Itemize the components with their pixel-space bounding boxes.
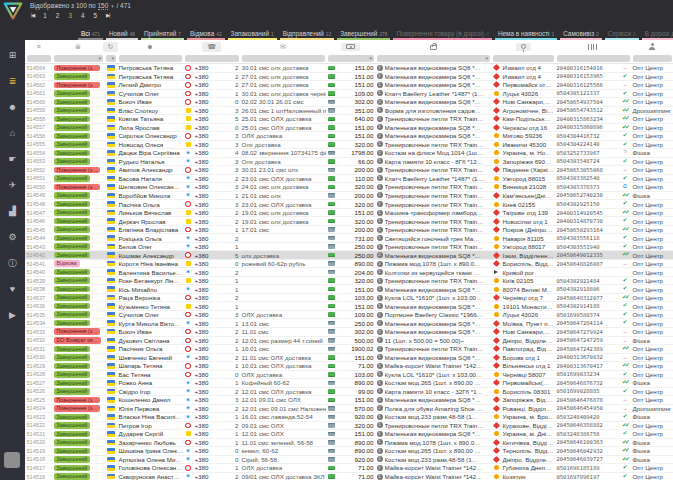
sidebar-item-warehouse[interactable]: ⌂ (0, 120, 25, 146)
phone-number[interactable]: +380 (193, 226, 228, 234)
table-row[interactable]: 514539ЗавершенийРоке-Бетанкурт Лін…+3801… (25, 277, 673, 286)
header-col-client[interactable]: ☻ (117, 40, 183, 53)
table-row[interactable]: 514553ЗавершенийРудько Наталья+3803Олх д… (25, 158, 673, 167)
filter-input-sync[interactable]: ▾ (106, 55, 116, 62)
header-col-delivery[interactable] (491, 40, 555, 53)
tab-return-transit[interactable]: Повернення товару (в дорозі)0 (393, 30, 491, 40)
table-row[interactable]: 514518ЗавершенийАртюхіна Олена Ми…+3800С… (25, 456, 673, 465)
tab-sent[interactable]: Відправлений12 (280, 30, 335, 40)
table-row[interactable]: 514523ЗавершенийВласюк Ніна Василі…+3801… (25, 413, 673, 422)
tracking-number[interactable]: 20450653055068 (555, 166, 619, 174)
phone-number[interactable]: +380 (193, 362, 228, 370)
tracking-number[interactable]: 20450646476878 (555, 396, 619, 404)
table-row[interactable]: 514516ЗавершенийСкворунская Анаст…+38020… (25, 473, 673, 480)
tab-all[interactable]: Всі471 (78, 30, 103, 40)
tracking-number[interactable]: 0504302914188 (555, 302, 619, 310)
table-row[interactable]: 514542ЗавершенийКошмак Александр+3805олх… (25, 251, 673, 260)
phone-number[interactable]: +380 (193, 319, 228, 327)
tracking-number[interactable]: 20400316153965 (555, 73, 619, 81)
phone-number[interactable]: +380 (193, 379, 228, 387)
phone-number[interactable]: +380 (193, 277, 228, 285)
tracking-number[interactable]: 0504303548724 (555, 158, 619, 166)
phone-number[interactable]: +380 (193, 183, 228, 191)
tracking-number[interactable]: 20450654743512 (555, 107, 619, 115)
tracking-number[interactable]: 20450649012335 (555, 251, 619, 259)
tracking-number[interactable]: 20450646876732 (555, 379, 619, 387)
tab-pickup[interactable]: Самовивіз2 (560, 30, 602, 40)
table-row[interactable]: 514536ЗавершенийКузьменко Тетяна+3801151… (25, 302, 673, 311)
tracking-number[interactable]: 20400315863234 (555, 115, 619, 123)
phone-number[interactable]: +380 (193, 302, 228, 310)
sidebar-item-mailing[interactable]: ✈ (0, 172, 25, 198)
table-row[interactable]: 514540ЗавершенийВалентина Василье…+38022… (25, 268, 673, 277)
page-button-3[interactable]: 3 (68, 12, 72, 19)
sidebar-item-info[interactable]: ⓘ (0, 250, 25, 276)
filter-input-phone[interactable] (185, 55, 239, 62)
phone-number[interactable]: +380 (193, 175, 228, 183)
phone-number[interactable]: +380 (193, 98, 228, 106)
filter-input-ttn[interactable] (557, 55, 630, 62)
tracking-number[interactable]: 20400314870730 (555, 217, 619, 225)
table-row[interactable]: 514555ЗавершенийНовосад Олеся+3803Олх до… (25, 141, 673, 150)
sidebar-item-integrations[interactable]: ⚙ (0, 224, 25, 250)
table-row[interactable]: 514556ЗавершенийСиротюк Олександр+3803ОЛ… (25, 132, 673, 141)
filter-input-client[interactable] (119, 55, 182, 62)
phone-number[interactable]: +380 (193, 200, 228, 208)
tracking-number[interactable]: 20400314920545 (555, 209, 619, 217)
table-row[interactable]: 514562Повернення (з…Легкий Дмитро+380227… (25, 81, 673, 90)
phone-number[interactable]: +380 (193, 430, 228, 438)
phone-number[interactable]: +380 (193, 81, 228, 89)
tab-accepted[interactable]: Прийнятий7 (141, 30, 184, 40)
phone-number[interactable]: +380 (193, 158, 228, 166)
chat-widget[interactable] (4, 452, 20, 468)
phone-number[interactable]: +380 (193, 311, 228, 319)
tracking-number[interactable] (555, 268, 619, 276)
table-row[interactable]: 514533Повернення (з…Бокоч Иван+380211.01… (25, 328, 673, 337)
table-row[interactable]: 514543ЗавершенийБелов Олег+3801250.001Тр… (25, 243, 673, 252)
table-row[interactable]: 514537ЗавершенийРаца Вероніка+3802103.00… (25, 294, 673, 303)
table-row[interactable]: 514551ЗавершенийБасова Наталя+380223.01 … (25, 175, 673, 184)
phone-number[interactable]: +380 (193, 132, 228, 140)
header-col-id[interactable]: ≡ (25, 40, 52, 53)
tracking-number[interactable]: 20450646042932 (555, 447, 619, 455)
phone-number[interactable]: +380 (193, 192, 228, 200)
page-button-2[interactable]: 2 (56, 12, 60, 19)
phone-number[interactable]: +380 (193, 439, 228, 447)
sidebar-item-orders[interactable]: ≣ (0, 68, 25, 94)
filter-input-id[interactable] (27, 55, 51, 62)
sidebar-item-video[interactable]: ▶ (0, 302, 25, 328)
tracking-number[interactable]: 20450648826087 (555, 260, 619, 268)
tracking-number[interactable]: 0504302921484 (555, 277, 619, 285)
tracking-number[interactable]: 0504303382540 (555, 175, 619, 183)
tracking-number[interactable]: 20450646358882 (555, 422, 619, 430)
sidebar-item-clients[interactable]: ☻ (0, 94, 25, 120)
tracking-number[interactable]: 20400316154016 (555, 64, 619, 72)
tracking-number[interactable]: 0503252733967 (555, 149, 619, 157)
tracking-number[interactable]: 20450648312077 (555, 294, 619, 302)
table-row[interactable]: 514550Повернення (з…Шелковин Олексан…+38… (25, 183, 673, 192)
table-row[interactable]: 514549ЗавершенийВоробйов Микола+380121.0… (25, 192, 673, 201)
table-row[interactable]: 514522ЗавершенийПетров Ігор+380209.01 см… (25, 422, 673, 431)
table-row[interactable]: 514563ЗавершенийПетровська Тетяна+380227… (25, 73, 673, 82)
table-row[interactable]: 514534ЗавершенийКурта Микола Вікто…+3801… (25, 319, 673, 328)
table-row[interactable]: 514538ЗавершенийКісь Михайло+3801151.001… (25, 285, 673, 294)
tracking-number[interactable]: 0501698185189 (555, 464, 619, 472)
tab-refused[interactable]: Відмова42 (187, 30, 225, 40)
tracking-number[interactable]: 20450646039727 (555, 456, 619, 464)
table-row[interactable]: 514552Повернення (з…Авилов Александр+380… (25, 166, 673, 175)
phone-number[interactable]: +380 (193, 294, 228, 302)
phone-number[interactable]: +380 (193, 328, 228, 336)
tracking-number[interactable]: 0503248386756 (555, 430, 619, 438)
phone-number[interactable]: +380 (193, 251, 228, 259)
header-col-phone[interactable]: ☎ (183, 40, 240, 53)
first-page-button[interactable]: |◀ (31, 12, 34, 18)
tracking-number[interactable]: 0504302918806 (555, 285, 619, 293)
tab-new[interactable]: Новий48 (106, 30, 138, 40)
table-row[interactable]: 514528ЗавершенийБас Тетяна+3800ОЛХ доста… (25, 371, 673, 380)
tracking-number[interactable]: 20400315860896 (555, 124, 619, 132)
table-row[interactable]: 514558ЗавершенийКовпак Татьяна+380525.01… (25, 115, 673, 124)
filter-input-products[interactable]: ▾ (377, 55, 490, 62)
app-logo-icon[interactable] (3, 2, 23, 20)
tab-services[interactable]: Сервіси0 (605, 30, 639, 40)
phone-number[interactable]: +380 (193, 107, 228, 115)
